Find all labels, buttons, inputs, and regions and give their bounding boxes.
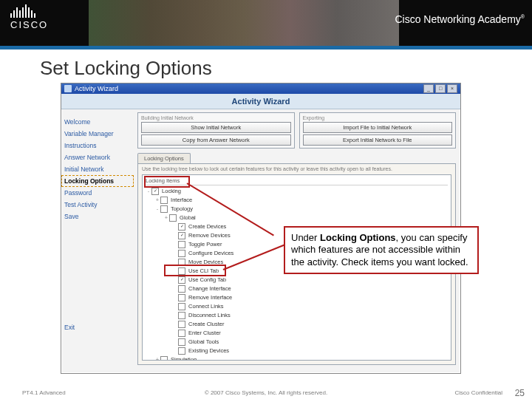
callout-box: Under Locking Options, you can specify w… — [284, 226, 479, 274]
tree-item[interactable]: + Simulation — [146, 355, 448, 361]
checkbox[interactable] — [178, 321, 185, 328]
cisco-logo: CISCO — [10, 4, 48, 30]
page-number: 25 — [515, 388, 525, 398]
nav-password[interactable]: Password — [64, 189, 131, 197]
slide-footer: PT4.1 Advanced © 2007 Cisco Systems, Inc… — [0, 389, 532, 396]
tree-item[interactable]: + Interface — [146, 196, 448, 205]
checkbox[interactable] — [178, 338, 185, 346]
tree-item[interactable]: Global Tools — [146, 338, 448, 347]
academy-label: Cisco Networking Academy® — [395, 13, 525, 25]
window-title: Activity Wizard — [75, 85, 118, 92]
nav-test-activity[interactable]: Test Activity — [64, 201, 131, 208]
checkbox[interactable] — [178, 347, 185, 355]
tree-item[interactable]: Existing Devices — [146, 347, 448, 355]
checkbox[interactable] — [178, 330, 185, 337]
tree-item[interactable]: - Topology — [146, 205, 448, 214]
cisco-wordmark: CISCO — [10, 19, 48, 30]
footer-center: © 2007 Cisco Systems, Inc. All rights re… — [0, 389, 532, 396]
maximize-button[interactable]: □ — [435, 84, 446, 93]
locking-hint: Use the locking tree below to lock out c… — [142, 166, 451, 172]
tree-item[interactable]: + Global — [146, 214, 448, 222]
nav-welcome[interactable]: Welcome — [64, 118, 131, 126]
tree-item[interactable]: Change Interface — [146, 284, 448, 293]
header-photo-bg — [89, 0, 399, 46]
checkbox[interactable] — [178, 312, 185, 319]
checkbox[interactable] — [160, 356, 168, 361]
checkbox[interactable] — [178, 294, 185, 301]
tree-item[interactable]: Disconnect Links — [146, 311, 448, 320]
checkbox[interactable] — [178, 276, 185, 284]
nav-initial-network[interactable]: Initial Network — [64, 166, 131, 173]
import-file-button[interactable]: Import File to Initial Network — [303, 122, 453, 133]
checkbox[interactable] — [160, 197, 168, 204]
copy-answer-button[interactable]: Copy from Answer Network — [141, 134, 291, 146]
close-button[interactable]: × — [447, 84, 457, 93]
tab-locking-options[interactable]: Locking Options — [137, 153, 191, 163]
export-file-button[interactable]: Export Initial Network to File — [303, 134, 453, 146]
cisco-bars-icon — [10, 4, 37, 19]
wizard-header: Activity Wizard — [61, 94, 460, 109]
checkbox[interactable] — [178, 250, 185, 257]
checkbox[interactable] — [169, 214, 177, 222]
checkbox[interactable] — [178, 285, 185, 293]
checkbox[interactable] — [178, 267, 185, 275]
tree-item[interactable]: Connect Links — [146, 302, 448, 311]
app-icon — [64, 85, 72, 92]
nav-variable-manager[interactable]: Variable Manager — [64, 130, 131, 137]
checkbox[interactable] — [151, 188, 159, 195]
checkbox[interactable] — [178, 259, 185, 266]
tree-item[interactable]: Enter Cluster — [146, 329, 448, 338]
checkbox[interactable] — [178, 232, 185, 239]
footer-right: Cisco Confidential — [455, 389, 502, 396]
checkbox[interactable] — [178, 303, 185, 310]
nav-save[interactable]: Save — [64, 213, 131, 220]
slide-header-bar: CISCO Cisco Networking Academy® — [0, 0, 532, 46]
nav-instructions[interactable]: Instructions — [64, 142, 131, 149]
checkbox[interactable] — [178, 241, 185, 248]
header-divider — [0, 46, 532, 50]
nav-answer-network[interactable]: Answer Network — [64, 154, 131, 161]
building-initial-box: Building Initial Network Show Initial Ne… — [137, 112, 295, 149]
checkbox[interactable] — [178, 223, 185, 231]
slide-title: Set Locking Options — [40, 57, 532, 80]
nav-exit[interactable]: Exit — [64, 324, 131, 331]
tree-item[interactable]: Create Cluster — [146, 320, 448, 329]
window-titlebar: Activity Wizard _ □ × — [61, 83, 460, 94]
wizard-nav: Welcome Variable Manager Instructions An… — [61, 109, 134, 374]
checkbox[interactable] — [160, 205, 168, 213]
tree-item[interactable]: - Locking — [146, 187, 448, 196]
show-initial-button[interactable]: Show Initial Network — [141, 122, 291, 133]
nav-locking-options[interactable]: Locking Options — [64, 177, 131, 185]
exporting-box: Exporting Import File to Initial Network… — [299, 112, 457, 149]
tree-item[interactable]: Remove Interface — [146, 293, 448, 302]
tree-item[interactable]: Use Config Tab — [146, 276, 448, 284]
minimize-button[interactable]: _ — [423, 84, 434, 93]
